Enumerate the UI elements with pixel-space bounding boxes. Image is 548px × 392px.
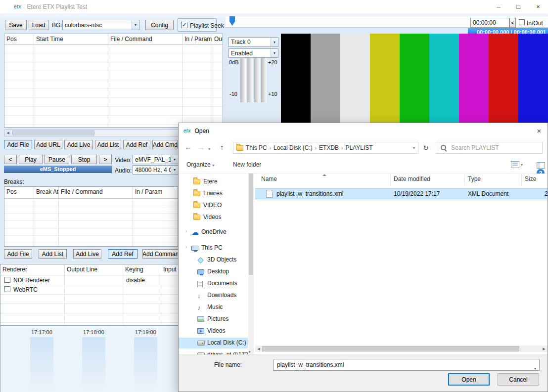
transport-pause-button[interactable]: Pause xyxy=(45,155,69,164)
back-icon[interactable]: ← xyxy=(184,142,192,152)
new-folder-button[interactable]: New folder xyxy=(233,161,261,168)
filelist-column-date-modified[interactable]: Date modified xyxy=(394,175,430,182)
filelist-column-name[interactable]: Name xyxy=(261,175,277,182)
address-chevron-icon[interactable]: ▾ xyxy=(413,146,415,150)
sidebar-item-etere[interactable]: Etere xyxy=(179,176,248,187)
minimize-icon[interactable]: – xyxy=(489,0,508,13)
breadcrumb-item-local-disk-c[interactable]: Local Disk (C:) xyxy=(271,144,315,151)
playlist-seek-checkbox[interactable]: ✓ xyxy=(181,22,187,28)
playlist-column-pos[interactable]: Pos xyxy=(4,34,34,44)
file-row[interactable]: playlist_w_transitions.xml10/19/2022 17:… xyxy=(255,188,548,199)
breaks-add-file-button[interactable]: Add File xyxy=(4,249,32,259)
playlist-add-list-button[interactable]: Add List xyxy=(95,140,121,149)
playlist-table[interactable]: PosStart TimeFile / CommandIn / ParamOut xyxy=(4,34,223,128)
renderer-column-keying[interactable]: Keying xyxy=(123,264,161,275)
maximize-icon[interactable]: □ xyxy=(508,0,528,13)
save-button[interactable]: Save xyxy=(5,20,27,30)
renderer-table-body[interactable]: NDI RendererdisableWebRTC xyxy=(0,275,178,325)
chevron-down-icon[interactable]: ▾ xyxy=(132,20,139,30)
breaks-add-list-button[interactable]: Add List xyxy=(39,249,67,259)
scrollbar-thumb[interactable] xyxy=(262,346,519,351)
renderer-checkbox[interactable] xyxy=(4,286,10,292)
organize-button[interactable]: Organize ▾ xyxy=(186,161,214,168)
chevron-down-icon[interactable]: ▾ xyxy=(271,49,278,57)
expand-chevron-icon[interactable]: › xyxy=(185,229,187,234)
filelist-column-size[interactable]: Size xyxy=(525,175,536,182)
track-state-select[interactable]: Enabled ▾ xyxy=(228,48,278,58)
sidebar-item-downloads[interactable]: ↓Downloads xyxy=(179,290,248,301)
sidebar-vscrollbar[interactable]: ▾ xyxy=(248,174,254,354)
history-chevron-icon[interactable]: ▾ xyxy=(208,144,210,154)
sidebar-item-this-pc[interactable]: ›This PC xyxy=(179,243,248,254)
file-list[interactable]: NameDate modifiedTypeSize playlist_w_tra… xyxy=(255,174,548,354)
chevron-down-icon[interactable]: ▾ xyxy=(271,38,278,46)
timeline[interactable]: 17:17:0017:18:0017:19:00 xyxy=(0,325,179,392)
playlist-add-file-button[interactable]: Add File xyxy=(4,140,32,149)
config-button[interactable]: Config xyxy=(145,20,174,30)
timecode-step-button[interactable]: < xyxy=(509,18,516,28)
sidebar-item-pictures[interactable]: Pictures xyxy=(179,314,248,325)
expand-chevron-icon[interactable]: › xyxy=(185,245,187,250)
chevron-down-icon[interactable]: ▾ xyxy=(171,166,178,174)
breaks-add-live-button[interactable]: Add Live xyxy=(73,249,101,259)
sidebar-item-local-disk-c[interactable]: Local Disk (C:) xyxy=(179,338,248,348)
renderer-checkbox[interactable] xyxy=(4,277,10,283)
scroll-left-icon[interactable]: ◀ xyxy=(4,130,11,136)
sidebar-item-onedrive[interactable]: ›☁OneDrive xyxy=(179,227,248,238)
preview-pane-icon[interactable] xyxy=(537,162,545,169)
inout-checkbox[interactable] xyxy=(519,19,525,25)
load-button[interactable]: Load xyxy=(29,20,48,30)
breaks-column-in-param[interactable]: In / Param xyxy=(133,187,178,198)
view-list-icon[interactable] xyxy=(511,161,519,168)
renderer-row[interactable]: WebRTC xyxy=(0,285,179,294)
transport--button[interactable]: > xyxy=(99,155,112,164)
renderer-column-renderer[interactable]: Renderer xyxy=(0,264,65,275)
playlist-add-ref-button[interactable]: Add Ref xyxy=(123,140,150,149)
breadcrumb-item-this-pc[interactable]: This PC xyxy=(243,144,270,151)
audio-format-select[interactable]: 48000 Hz, 4 Ch, 16 ▾ xyxy=(133,165,179,174)
playlist-column-out[interactable]: Out xyxy=(212,34,223,44)
breaks-table-body[interactable] xyxy=(4,199,178,246)
renderer-column-input-line[interactable]: Input Line xyxy=(161,264,179,275)
sidebar-item-video[interactable]: VIDEO xyxy=(179,200,248,211)
breaks-column-file-command[interactable]: File / Command xyxy=(59,187,133,198)
transport-play-button[interactable]: Play xyxy=(19,155,43,164)
playlist-column-start-time[interactable]: Start Time xyxy=(34,34,108,44)
sidebar-item-3d-objects[interactable]: 3D Objects xyxy=(179,255,248,265)
breaks-add-ref-button[interactable]: Add Ref xyxy=(108,249,137,259)
breadcrumb-item-etxdb[interactable]: ETXDB xyxy=(317,144,341,151)
dialog-close-icon[interactable]: × xyxy=(532,124,547,137)
sidebar-item-desktop[interactable]: Desktop xyxy=(179,266,248,277)
playlist-add-cmd-button[interactable]: Add Cmd xyxy=(152,140,178,149)
breaks-column-pos[interactable]: Pos xyxy=(4,187,34,198)
open-button[interactable]: Open xyxy=(448,373,490,386)
chevron-down-icon[interactable]: ▾ xyxy=(171,155,178,164)
scroll-left-icon[interactable]: ◀ xyxy=(255,346,262,352)
scrollbar-thumb[interactable] xyxy=(249,174,253,275)
timecode-input[interactable]: 00:00:00 xyxy=(470,18,509,28)
refresh-icon[interactable]: ↻ xyxy=(423,143,429,153)
up-icon[interactable]: ↑ xyxy=(220,142,224,152)
sidebar-item-music[interactable]: ♪Music xyxy=(179,302,248,313)
playlist-column-file-command[interactable]: File / Command xyxy=(108,34,183,44)
file-name-input[interactable]: playlist_w_transitions.xml ▾ xyxy=(274,359,540,371)
forward-icon[interactable]: → xyxy=(197,142,205,152)
playlist-add-url-button[interactable]: Add URL xyxy=(34,140,62,149)
address-bar[interactable]: This PC›Local Disk (C:)›ETXDB›PLAYLIST ▾ xyxy=(233,142,418,154)
chevron-down-icon[interactable]: ▾ xyxy=(534,363,536,371)
transport-stop-button[interactable]: Stop xyxy=(71,155,97,164)
sidebar-item-videos[interactable]: Videos xyxy=(179,212,248,223)
playlist-add-live-button[interactable]: Add Live xyxy=(64,140,93,149)
view-chevron-icon[interactable]: ▾ xyxy=(521,163,523,167)
scroll-right-icon[interactable]: ▶ xyxy=(541,346,548,352)
renderer-column-output-line[interactable]: Output Line xyxy=(65,264,123,275)
cancel-button[interactable]: Cancel xyxy=(498,373,539,386)
playlist-table-body[interactable] xyxy=(4,44,223,127)
breaks-table[interactable]: PosBreak AtFile / CommandIn / Param xyxy=(4,186,178,247)
renderer-row[interactable]: NDI Rendererdisable xyxy=(0,275,179,285)
search-box[interactable]: Search PLAYLIST xyxy=(436,142,543,154)
filelist-hscrollbar[interactable]: ◀ ▶ xyxy=(255,346,548,352)
renderer-table[interactable]: RendererOutput LineKeyingInput Line NDI … xyxy=(0,264,179,325)
breadcrumb-item-playlist[interactable]: PLAYLIST xyxy=(343,144,375,151)
track-select[interactable]: Track 0 ▾ xyxy=(228,37,278,47)
